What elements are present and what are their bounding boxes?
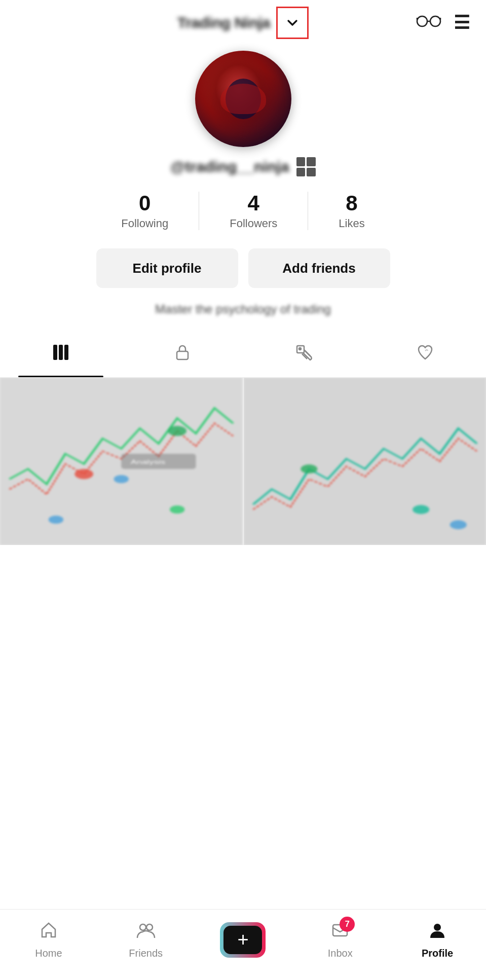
bio: Master the psychology of trading: [0, 302, 486, 332]
home-icon: [39, 921, 58, 945]
svg-point-18: [170, 505, 184, 514]
edit-profile-button[interactable]: Edit profile: [96, 248, 238, 288]
content-grid: Analysis: [0, 378, 486, 545]
svg-text:Analysis: Analysis: [131, 459, 165, 465]
add-icon: +: [223, 926, 262, 954]
page-title: Trading Ninja: [177, 14, 271, 31]
nav-inbox[interactable]: 7 Inbox: [310, 921, 370, 959]
likes-label: Likes: [339, 217, 364, 230]
username: @trading__ninja: [170, 158, 289, 175]
svg-point-1: [430, 16, 440, 26]
svg-point-15: [49, 516, 63, 524]
friends-label: Friends: [129, 948, 163, 959]
qr-code-icon[interactable]: [296, 157, 316, 176]
svg-point-14: [114, 475, 129, 483]
inbox-icon: 7: [330, 921, 350, 945]
profile-icon: [428, 921, 447, 945]
content-tabs: [0, 332, 486, 378]
svg-rect-19: [244, 378, 487, 545]
inbox-badge: 7: [340, 917, 355, 932]
grid-icon: [51, 343, 70, 366]
dropdown-button[interactable]: [276, 7, 309, 39]
nav-home[interactable]: Home: [18, 921, 79, 959]
svg-point-0: [417, 16, 427, 26]
svg-point-26: [434, 924, 441, 931]
svg-point-12: [74, 469, 93, 479]
tag-icon: [294, 343, 313, 366]
nav-profile[interactable]: Profile: [407, 921, 468, 959]
likes-count: 8: [346, 192, 357, 215]
add-button[interactable]: +: [220, 922, 266, 958]
video-thumbnail-1[interactable]: Analysis: [0, 378, 243, 545]
tab-liked[interactable]: [364, 332, 486, 377]
tab-private[interactable]: [122, 332, 243, 377]
profile-label: Profile: [422, 948, 453, 959]
svg-rect-6: [59, 345, 63, 360]
bottom-nav: Home Friends + 7 Inbox: [0, 909, 486, 980]
tab-videos[interactable]: [0, 332, 122, 377]
username-row: @trading__ninja: [0, 157, 486, 176]
heart-icon: [416, 343, 435, 366]
svg-rect-7: [64, 345, 68, 360]
stat-followers[interactable]: 4 Followers: [199, 192, 308, 230]
stat-likes[interactable]: 8 Likes: [308, 192, 395, 230]
stats-row: 0 Following 4 Followers 8 Likes: [0, 192, 486, 230]
friends-icon: [135, 921, 157, 945]
following-count: 0: [139, 192, 151, 215]
nav-add[interactable]: +: [212, 922, 273, 958]
avatar-section: [0, 46, 486, 157]
stat-following[interactable]: 0 Following: [91, 192, 199, 230]
action-buttons: Edit profile Add friends: [0, 248, 486, 288]
add-friends-button[interactable]: Add friends: [248, 248, 390, 288]
inbox-label: Inbox: [328, 948, 353, 959]
svg-point-21: [450, 520, 466, 529]
lock-icon: [173, 343, 192, 366]
tab-tagged[interactable]: [243, 332, 365, 377]
avatar[interactable]: [195, 51, 291, 147]
svg-rect-8: [177, 351, 188, 359]
following-label: Following: [121, 217, 168, 230]
home-label: Home: [35, 948, 62, 959]
top-bar-actions: ☰: [416, 12, 471, 33]
nav-friends[interactable]: Friends: [116, 921, 176, 959]
video-thumbnail-2[interactable]: [244, 378, 487, 545]
followers-count: 4: [248, 192, 259, 215]
top-bar: Trading Ninja ☰: [0, 0, 486, 46]
svg-point-13: [168, 426, 186, 436]
svg-point-23: [140, 924, 146, 930]
svg-rect-5: [53, 345, 57, 360]
svg-point-10: [299, 348, 301, 350]
svg-point-24: [146, 924, 153, 930]
glasses-icon[interactable]: [416, 12, 441, 33]
followers-label: Followers: [230, 217, 277, 230]
svg-point-22: [413, 505, 429, 514]
hamburger-menu-icon[interactable]: ☰: [454, 12, 471, 33]
svg-point-20: [301, 464, 317, 474]
